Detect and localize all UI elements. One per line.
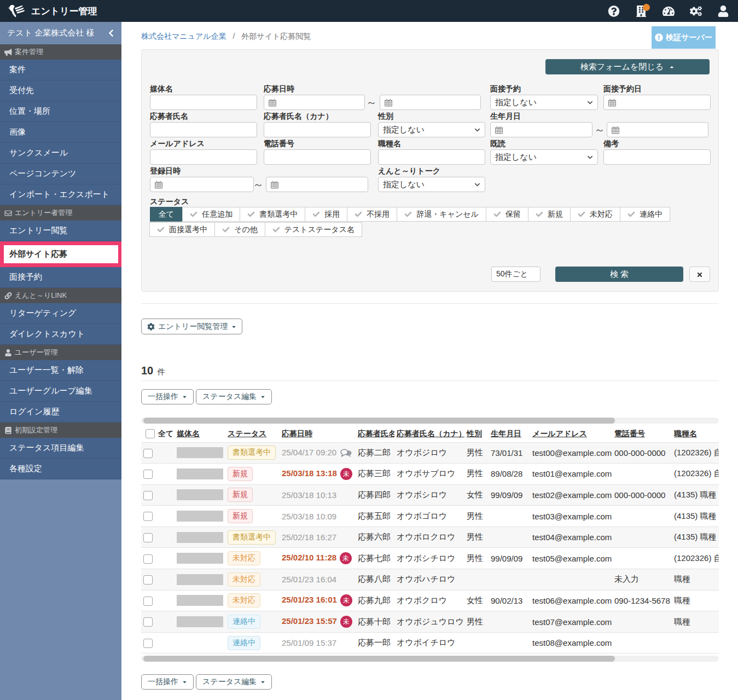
status-filter-option[interactable]: 辞退・キャンセル bbox=[397, 207, 486, 222]
apply-date: 25/02/10 11:28 bbox=[282, 553, 336, 562]
column-sort-link[interactable]: 性別 bbox=[467, 429, 482, 438]
sidebar-item[interactable]: ページコンテンツ bbox=[0, 164, 121, 184]
interview-reserve-select[interactable]: 指定しない bbox=[490, 95, 598, 110]
applicant-name-input[interactable] bbox=[150, 122, 257, 137]
sidebar-item[interactable]: ダイレクトスカウト bbox=[0, 324, 121, 345]
status-filter-option[interactable]: 保留 bbox=[486, 207, 528, 222]
account-button[interactable] bbox=[710, 5, 737, 17]
status-filter-option[interactable]: 新規 bbox=[528, 207, 571, 222]
status-edit-button[interactable]: ステータス編集 bbox=[196, 389, 272, 404]
birthday-from-input[interactable] bbox=[490, 122, 592, 137]
company-button[interactable] bbox=[627, 5, 655, 17]
column-sort-link[interactable]: メールアドレス bbox=[532, 429, 587, 438]
media-name-input[interactable] bbox=[150, 95, 257, 110]
bulk-action-button[interactable]: 一括操作 bbox=[141, 389, 194, 404]
horizontal-scrollbar[interactable] bbox=[141, 418, 719, 424]
unread-badge: 未 bbox=[340, 594, 352, 606]
sidebar-item[interactable]: 画像 bbox=[0, 122, 121, 143]
register-date-to-input[interactable] bbox=[266, 177, 368, 192]
phone-input[interactable] bbox=[264, 149, 371, 165]
sidebar-company-header[interactable]: テスト 企業株式会社 様 bbox=[0, 22, 121, 44]
applicant-kana: オウボジュウロウ bbox=[394, 611, 464, 633]
sidebar-item[interactable]: 案件 bbox=[0, 60, 121, 80]
column-sort-link[interactable]: 応募者氏名 bbox=[358, 429, 394, 438]
applicant-kana: オウボジロウ bbox=[394, 442, 464, 464]
calendar-icon bbox=[271, 181, 278, 189]
table-row: 新規 25/03/18 13:18未 応募三郎 オウボサブロウ 男性 89/08… bbox=[141, 464, 719, 485]
column-sort-link[interactable]: 生年月日 bbox=[491, 429, 521, 438]
gender-select[interactable]: 指定しない bbox=[378, 122, 485, 137]
sidebar-item[interactable]: ユーザーグループ編集 bbox=[0, 381, 121, 402]
app-brand[interactable]: エントリー管理 bbox=[8, 4, 97, 18]
row-checkbox[interactable] bbox=[143, 597, 153, 606]
sidebar-item[interactable]: 位置・場所 bbox=[0, 101, 121, 122]
row-checkbox[interactable] bbox=[143, 639, 153, 648]
tilde-separator: ～ bbox=[366, 95, 377, 110]
email-input[interactable] bbox=[150, 149, 257, 165]
register-date-from-input[interactable] bbox=[150, 177, 254, 192]
row-checkbox[interactable] bbox=[143, 554, 153, 564]
column-sort-link[interactable]: 応募者氏名（カナ） bbox=[397, 429, 464, 438]
row-checkbox[interactable] bbox=[143, 491, 153, 500]
caret-down-icon bbox=[260, 679, 265, 685]
column-sort-link[interactable]: 職種名 bbox=[674, 429, 697, 438]
note-input[interactable] bbox=[603, 149, 711, 165]
birthday-to-input[interactable] bbox=[607, 122, 708, 137]
status-filter-option[interactable]: その他 bbox=[214, 222, 265, 237]
status-filter-option[interactable]: 任意追加 bbox=[182, 207, 240, 222]
breadcrumb-company-link[interactable]: 株式会社マニュアル企業 bbox=[141, 32, 226, 41]
status-filter-all[interactable]: 全て bbox=[150, 207, 183, 222]
sidebar-item[interactable]: ステータス項目編集 bbox=[0, 438, 121, 459]
interview-reserve-date-input[interactable] bbox=[603, 95, 711, 110]
scrollbar-thumb[interactable] bbox=[143, 418, 615, 424]
status-filter-option[interactable]: 未対応 bbox=[570, 207, 620, 222]
apply-date-to-input[interactable] bbox=[380, 95, 481, 110]
status-edit-button[interactable]: ステータス編集 bbox=[196, 674, 272, 690]
dashboard-button[interactable] bbox=[655, 5, 682, 17]
clear-search-button[interactable] bbox=[689, 267, 710, 282]
read-select[interactable]: 指定しない bbox=[490, 149, 598, 165]
help-button[interactable] bbox=[600, 5, 627, 17]
per-page-input[interactable] bbox=[491, 267, 541, 282]
settings-button[interactable] bbox=[682, 5, 710, 17]
column-sort-link[interactable]: 電話番号 bbox=[614, 429, 645, 438]
column-sort-link[interactable]: 媒体名 bbox=[177, 429, 200, 438]
sidebar-item[interactable]: サンクスメール bbox=[0, 143, 121, 164]
sidebar-item[interactable]: エントリー閲覧 bbox=[0, 221, 121, 241]
status-filter-option[interactable]: テストステータス名 bbox=[265, 222, 362, 237]
select-all-checkbox[interactable] bbox=[146, 429, 155, 438]
search-button[interactable]: 検 索 bbox=[555, 267, 683, 282]
sidebar-item[interactable]: 受付先 bbox=[0, 80, 121, 101]
column-sort-link[interactable]: 応募日時 bbox=[282, 429, 312, 438]
scrollbar-thumb[interactable] bbox=[143, 656, 615, 662]
row-checkbox[interactable] bbox=[143, 533, 153, 542]
sidebar-item[interactable]: インポート・エクスポート bbox=[0, 184, 121, 205]
row-checkbox[interactable] bbox=[143, 449, 153, 458]
status-filter-option[interactable]: 不採用 bbox=[347, 207, 397, 222]
entry-view-management-button[interactable]: エントリー閲覧管理 bbox=[141, 319, 242, 334]
sidebar-item[interactable]: ログイン履歴 bbox=[0, 402, 121, 423]
status-filter-option[interactable]: 書類選考中 bbox=[240, 207, 305, 222]
column-sort-link[interactable]: ステータス bbox=[228, 429, 266, 438]
close-search-form-button[interactable]: 検索フォームを閉じる bbox=[545, 59, 710, 74]
sidebar-item-active[interactable]: 外部サイト応募 bbox=[0, 241, 121, 267]
row-checkbox[interactable] bbox=[143, 617, 153, 627]
apply-date-from-input[interactable] bbox=[264, 95, 365, 110]
row-checkbox[interactable] bbox=[143, 512, 153, 521]
row-checkbox[interactable] bbox=[143, 470, 153, 479]
entry-talk-select[interactable]: 指定しない bbox=[378, 177, 485, 192]
status-filter-option[interactable]: 面接選考中 bbox=[149, 222, 215, 237]
status-filter-option[interactable]: 連絡中 bbox=[620, 207, 670, 222]
job-name-input[interactable] bbox=[378, 149, 485, 165]
bulk-action-button[interactable]: 一括操作 bbox=[141, 674, 194, 690]
sidebar-item[interactable]: 面接予約 bbox=[0, 267, 121, 288]
calendar-icon bbox=[155, 181, 162, 189]
applicant-kana-input[interactable] bbox=[264, 122, 371, 137]
sidebar-item[interactable]: 各種設定 bbox=[0, 459, 121, 479]
sidebar-section-header: 案件管理 bbox=[0, 44, 121, 60]
sidebar-item[interactable]: リターゲティング bbox=[0, 303, 121, 324]
sidebar-item[interactable]: ユーザー一覧・解除 bbox=[0, 360, 121, 381]
row-checkbox[interactable] bbox=[143, 575, 153, 585]
horizontal-scrollbar[interactable] bbox=[141, 656, 719, 662]
status-filter-option[interactable]: 採用 bbox=[305, 207, 347, 222]
